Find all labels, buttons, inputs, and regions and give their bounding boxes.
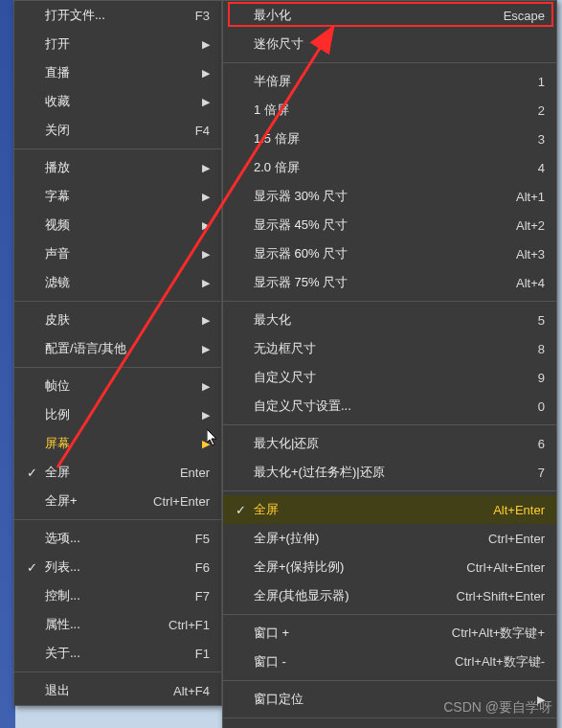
menu-fullscreen-plus[interactable]: 全屏+Ctrl+Enter [14,487,221,515]
menu-video[interactable]: 视频▶ [14,211,221,239]
chevron-right-icon: ▶ [202,96,210,108]
submenu-custom-settings[interactable]: 自定义尺寸设置...0 [223,392,556,421]
submenu-fullscreen-other[interactable]: 全屏(其他显示器)Ctrl+Shift+Enter [223,581,556,610]
menu-ratio[interactable]: 比例▶ [14,400,221,429]
submenu-window-minus[interactable]: 窗口 -Ctrl+Alt+数字键- [223,648,556,676]
menu-subtitle[interactable]: 字幕▶ [14,182,221,211]
chevron-right-icon: ▶ [202,248,210,261]
chevron-right-icon: ▶ [202,219,210,232]
menu-close[interactable]: 关闭F4 [14,116,221,145]
menu-play[interactable]: 播放▶ [14,153,221,182]
submenu-fullscreen-keep[interactable]: 全屏+(保持比例)Ctrl+Alt+Enter [223,553,556,581]
menu-open-file[interactable]: 打开文件...F3 [14,1,221,30]
submenu-1-5x[interactable]: 1.5 倍屏3 [223,125,556,153]
submenu-disp-60[interactable]: 显示器 60% 尺寸Alt+3 [223,239,556,268]
menu-fullscreen[interactable]: ✓全屏Enter [14,458,221,487]
main-context-menu: 打开文件...F3 打开▶ 直播▶ 收藏▶ 关闭F4 播放▶ 字幕▶ 视频▶ 声… [13,0,222,706]
chevron-right-icon: ▶ [202,343,210,355]
submenu-disp-45[interactable]: 显示器 45% 尺寸Alt+2 [223,211,556,239]
submenu-mini-size[interactable]: 迷你尺寸 [223,30,556,58]
menu-about[interactable]: 关于...F1 [14,639,221,668]
menu-options[interactable]: 选项...F5 [14,524,221,553]
chevron-right-icon: ▶ [202,67,210,80]
separator [14,301,221,302]
menu-exit[interactable]: 退出Alt+F4 [14,676,221,705]
watermark-text: CSDN @要自学呀 [443,699,552,717]
submenu-minimize[interactable]: 最小化Escape [223,1,556,30]
separator [14,367,221,368]
separator [14,671,221,672]
submenu-disp-75[interactable]: 显示器 75% 尺寸Alt+4 [223,268,556,297]
submenu-disp-30[interactable]: 显示器 30% 尺寸Alt+1 [223,182,556,211]
submenu-max-taskbar[interactable]: 最大化+(过任务栏)|还原7 [223,458,556,487]
menu-screen[interactable]: 屏幕▶ [14,429,221,458]
menu-live[interactable]: 直播▶ [14,58,221,87]
chevron-right-icon: ▶ [202,438,210,450]
separator [223,301,556,302]
submenu-fullscreen-stretch[interactable]: 全屏+(拉伸)Ctrl+Enter [223,524,556,553]
chevron-right-icon: ▶ [202,277,210,289]
menu-open[interactable]: 打开▶ [14,30,221,58]
menu-config[interactable]: 配置/语言/其他▶ [14,334,221,363]
check-icon: ✓ [231,503,250,517]
submenu-custom[interactable]: 自定义尺寸9 [223,363,556,392]
submenu-max-restore[interactable]: 最大化|还原6 [223,429,556,458]
chevron-right-icon: ▶ [202,380,210,393]
chevron-right-icon: ▶ [202,162,210,174]
submenu-1x[interactable]: 1 倍屏2 [223,96,556,125]
submenu-window-plus[interactable]: 窗口 +Ctrl+Alt+数字键+ [223,619,556,648]
check-icon: ✓ [22,560,41,575]
separator [223,424,556,425]
menu-properties[interactable]: 属性...Ctrl+F1 [14,610,221,639]
menu-audio[interactable]: 声音▶ [14,239,221,268]
menu-skin[interactable]: 皮肤▶ [14,306,221,334]
menu-list[interactable]: ✓列表...F6 [14,553,221,581]
menu-control[interactable]: 控制...F7 [14,581,221,610]
submenu-borderless[interactable]: 无边框尺寸8 [223,334,556,363]
separator [223,680,556,681]
submenu-half[interactable]: 半倍屏1 [223,67,556,96]
submenu-screen-settings[interactable]: 屏幕尺寸设置... [223,722,556,728]
submenu-2x[interactable]: 2.0 倍屏4 [223,153,556,182]
separator [14,519,221,520]
separator [223,490,556,491]
separator [223,614,556,615]
chevron-right-icon: ▶ [202,38,210,51]
separator [14,148,221,149]
submenu-fullscreen[interactable]: ✓全屏Alt+Enter [223,495,556,524]
separator [223,62,556,63]
submenu-maximize[interactable]: 最大化5 [223,306,556,334]
menu-frame[interactable]: 帧位▶ [14,372,221,400]
menu-filter[interactable]: 滤镜▶ [14,268,221,297]
screen-submenu: 最小化Escape 迷你尺寸 半倍屏1 1 倍屏2 1.5 倍屏3 2.0 倍屏… [222,0,557,728]
menu-favorites[interactable]: 收藏▶ [14,87,221,116]
chevron-right-icon: ▶ [202,191,210,203]
check-icon: ✓ [22,466,41,480]
separator [223,717,556,718]
chevron-right-icon: ▶ [202,314,210,327]
chevron-right-icon: ▶ [202,409,210,421]
